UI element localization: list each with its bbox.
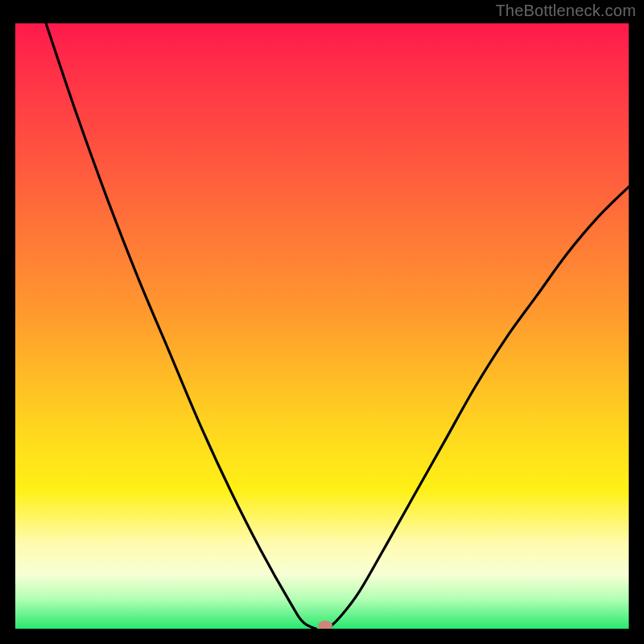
chart-frame: TheBottleneck.com [0, 0, 644, 644]
bottleneck-curve [15, 23, 629, 629]
watermark-text: TheBottleneck.com [495, 2, 636, 20]
curve-right-branch [328, 187, 629, 629]
plot-area [15, 23, 629, 629]
curve-left-branch [46, 23, 316, 629]
minimum-marker [318, 621, 332, 629]
